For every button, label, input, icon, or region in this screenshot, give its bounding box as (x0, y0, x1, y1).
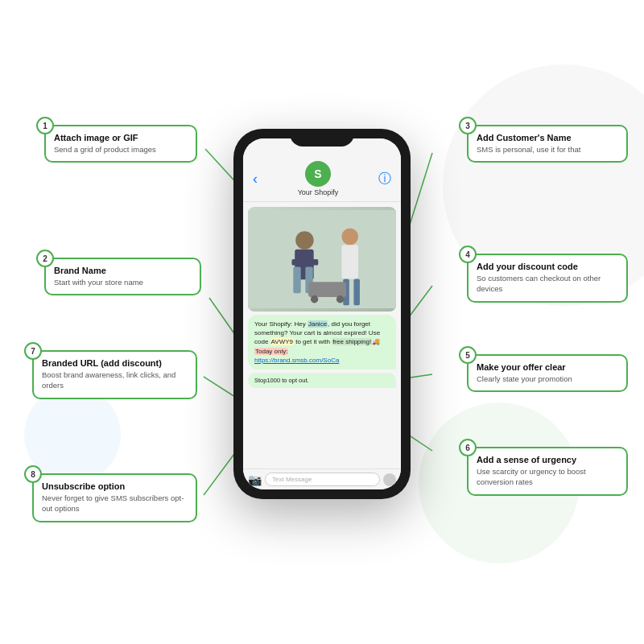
contact-info: S Your Shopify (298, 161, 339, 196)
annotation-title-7: Branded URL (add discount) (42, 358, 188, 368)
annotation-desc-3: SMS is personal, use it for that (477, 144, 618, 155)
phone-notch (290, 129, 354, 147)
annotation-desc-1: Send a grid of product images (54, 144, 188, 155)
svg-point-15 (341, 229, 358, 246)
annotation-8: 8 Unsubscribe option Never forget to giv… (32, 473, 197, 522)
annotation-badge-7: 7 (24, 342, 42, 360)
sms-input-bar: 📷 Text Message (243, 469, 401, 489)
annotation-title-6: Add a sense of urgency (477, 455, 618, 464)
annotation-badge-8: 8 (24, 465, 42, 483)
annotation-7: 7 Branded URL (add discount) Boost brand… (32, 350, 197, 399)
annotation-desc-6: Use scarcity or urgency to boost convers… (477, 466, 618, 488)
phone-mockup: ‹ S Your Shopify ⓘ (233, 129, 411, 499)
avatar: S (305, 161, 331, 187)
send-button[interactable] (383, 473, 396, 486)
svg-rect-19 (308, 282, 346, 297)
annotation-title-3: Add Customer's Name (477, 133, 618, 142)
annotation-badge-5: 5 (459, 346, 477, 364)
sms-customer-name: Janice (308, 320, 328, 328)
annotation-6: 6 Add a sense of urgency Use scarcity or… (467, 447, 628, 496)
annotation-desc-2: Start with your store name (54, 277, 192, 287)
sms-url: https://brand.smsb.com/SoCa (254, 357, 339, 364)
annotation-title-1: Attach image or GIF (54, 133, 188, 142)
annotation-badge-1: 1 (36, 117, 54, 134)
sms-main-bubble: Your Shopify: Hey Janice, did you forget… (248, 315, 396, 369)
back-arrow-icon[interactable]: ‹ (253, 171, 258, 188)
annotation-badge-6: 6 (459, 439, 477, 456)
annotation-desc-8: Never forget to give SMS subscribers opt… (42, 493, 188, 514)
sms-app-header: ‹ S Your Shopify ⓘ (243, 138, 401, 202)
svg-rect-18 (353, 279, 360, 305)
annotation-5: 5 Make your offer clear Clearly state yo… (467, 354, 628, 392)
svg-point-10 (295, 231, 314, 250)
info-icon[interactable]: ⓘ (378, 171, 391, 188)
svg-rect-13 (293, 266, 300, 293)
product-image-svg (248, 207, 396, 312)
sms-truck-emoji: 🚚 (372, 338, 380, 345)
annotation-desc-4: So customers can checkout on other devic… (477, 273, 618, 295)
sms-to-get: to get it with (294, 338, 332, 345)
svg-point-21 (336, 295, 344, 303)
annotation-title-4: Add your discount code (477, 262, 618, 271)
phone-screen: ‹ S Your Shopify ⓘ (243, 138, 401, 489)
camera-icon[interactable]: 📷 (248, 473, 262, 486)
annotation-1: 1 Attach image or GIF Send a grid of pro… (44, 125, 197, 163)
annotation-badge-3: 3 (459, 117, 477, 134)
annotation-badge-4: 4 (459, 246, 477, 263)
sms-text-input[interactable]: Text Message (265, 473, 380, 486)
annotation-title-2: Brand Name (54, 266, 192, 275)
annotation-badge-2: 2 (36, 250, 54, 267)
annotation-title-5: Make your offer clear (477, 362, 618, 372)
sms-optout-bubble: Stop1000 to opt out. (248, 373, 396, 388)
sms-today-only: Today only: (254, 348, 288, 355)
annotation-4: 4 Add your discount code So customers ca… (467, 254, 628, 303)
svg-rect-16 (341, 245, 358, 279)
annotation-desc-5: Clearly state your promotion (477, 374, 618, 384)
product-image (248, 207, 396, 312)
sms-brand-prefix: Your Shopify: Hey (254, 320, 308, 328)
sms-free-shipping: free shipping! (332, 338, 372, 345)
annotation-2: 2 Brand Name Start with your store name (44, 258, 201, 295)
svg-point-20 (311, 295, 318, 303)
annotation-title-8: Unsubscribe option (42, 481, 188, 491)
annotation-3: 3 Add Customer's Name SMS is personal, u… (467, 125, 628, 163)
sms-discount-code: AVWY9 (270, 338, 294, 345)
svg-rect-12 (291, 259, 318, 266)
annotation-desc-7: Boost brand awareness, link clicks, and … (42, 369, 188, 391)
sms-body: Your Shopify: Hey Janice, did you forget… (243, 202, 401, 469)
contact-name: Your Shopify (298, 188, 339, 196)
